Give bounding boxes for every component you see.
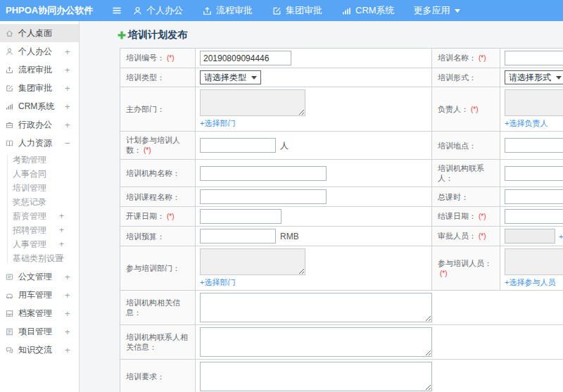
training-budget-value-cell: RMB <box>196 227 432 246</box>
expand-toggle-icon[interactable]: + <box>65 272 70 282</box>
nav-personal-office[interactable]: 个人办公 <box>132 4 183 17</box>
nav-crm-system[interactable]: CRM系统 <box>341 4 395 17</box>
page-title: 培训计划发布 <box>128 29 187 42</box>
sidebar-subitem-recruitment-management[interactable]: 招聘管理+ <box>0 223 79 237</box>
planned-participant-count-label: 计划参与培训人数： <box>126 136 180 154</box>
menu-icon <box>111 5 122 16</box>
expand-toggle-icon[interactable]: + <box>65 46 70 57</box>
required-marker: (*) <box>144 146 151 154</box>
training-location-label: 培训地点： <box>438 141 476 150</box>
sidebar-item-human-resources[interactable]: 人力资源− <box>0 134 79 152</box>
training-requirements-textarea[interactable] <box>200 362 432 391</box>
training-course-name-input[interactable] <box>200 189 327 204</box>
sidebar-item-label: 集团审批 <box>18 82 52 94</box>
expand-toggle-icon[interactable]: + <box>59 251 64 265</box>
expand-toggle-icon[interactable]: + <box>65 308 70 319</box>
expand-toggle-icon[interactable]: + <box>59 223 64 237</box>
app-logo: PHPOA协同办公软件 <box>0 4 80 17</box>
nav-more-apps[interactable]: 更多应用 <box>414 4 462 17</box>
sidebar-item-personal-desktop[interactable]: 个人桌面 <box>0 24 79 42</box>
chat-icon <box>5 346 14 355</box>
training-org-info-label-cell: 培训机构相关信息： <box>120 291 196 325</box>
participating-personnel-label-cell: 参与培训人员：(*) <box>432 246 500 291</box>
expand-toggle-icon[interactable]: + <box>59 237 64 251</box>
sidebar-item-document-management[interactable]: 公文管理+ <box>0 267 79 286</box>
workflow-icon <box>202 6 213 16</box>
sidebar-item-project-management[interactable]: 项目管理+ <box>0 322 79 341</box>
host-department-label-cell: 主办部门： <box>120 87 196 132</box>
sidebar-item-knowledge-exchange[interactable]: 知识交流+ <box>0 341 79 359</box>
sidebar-item-archive-management[interactable]: 档案管理+ <box>0 304 79 322</box>
sidebar-subitem-label: 人事合同 <box>13 169 46 179</box>
sidebar-subitem-personnel-contract[interactable]: 人事合同 <box>0 167 79 181</box>
sidebar-item-crm-system[interactable]: CRM系统+ <box>0 97 79 115</box>
expand-toggle-icon[interactable]: + <box>65 290 70 301</box>
training-budget-input[interactable] <box>200 229 276 244</box>
sidebar-item-label: 知识交流 <box>18 344 52 356</box>
archive-icon <box>5 309 14 318</box>
training-org-contact-input[interactable] <box>505 166 563 181</box>
training-org-info-label: 培训机构相关信息： <box>126 298 180 317</box>
host-department-textarea[interactable] <box>200 89 305 116</box>
training-form-select[interactable]: 请选择形式 <box>505 70 563 84</box>
sidebar-subitem-training-management[interactable]: 培训管理 <box>0 181 79 195</box>
participating-personnel-label: 参与培训人员： <box>438 259 492 267</box>
training-code-input[interactable] <box>200 51 291 65</box>
expand-toggle-icon[interactable]: + <box>65 345 70 355</box>
expand-toggle-icon[interactable]: + <box>65 65 70 75</box>
form-row: 主办部门：+选择部门负责人：(*)+选择负责人 <box>120 87 563 132</box>
sidebar-subitem-reward-punishment-record[interactable]: 奖惩记录 <box>0 195 79 209</box>
select-participating-personnel-link[interactable]: +选择参与人员 <box>505 277 555 288</box>
nav-workflow-approval[interactable]: 流程审批 <box>202 4 253 17</box>
sidebar-item-group-approval[interactable]: 集团审批+ <box>0 79 79 97</box>
select-host-department-link[interactable]: +选择部门 <box>200 118 235 129</box>
sidebar-submenu-human-resources: 考勤管理人事合同培训管理奖惩记录薪资管理+招聘管理+人事管理+基础类别设置+ <box>0 153 79 265</box>
sidebar-item-label: CRM系统 <box>18 101 54 113</box>
sidebar-subitem-attendance-management[interactable]: 考勤管理 <box>0 153 79 167</box>
training-form-table: 培训编号：(*)培训名称：(*)培训类型：请选择类型培训形式：请选择形式主办部门… <box>120 48 563 392</box>
training-org-name-input[interactable] <box>200 166 327 181</box>
sidebar-subitem-salary-management[interactable]: 薪资管理+ <box>0 209 79 223</box>
sidebar-subitem-personnel-management[interactable]: 人事管理+ <box>0 237 79 251</box>
planned-participant-count-input[interactable] <box>200 138 276 153</box>
caret-down-icon <box>556 76 562 80</box>
select-approver-link[interactable]: +选择审批人员 <box>559 232 563 241</box>
sidebar-subitem-basic-category-settings[interactable]: 基础类别设置+ <box>0 251 79 265</box>
sidebar-item-admin-office[interactable]: 行政办公+ <box>0 115 79 134</box>
end-date-input[interactable] <box>505 209 563 224</box>
training-name-input[interactable] <box>505 51 563 65</box>
sidebar-item-vehicle-management[interactable]: 用车管理+ <box>0 286 79 304</box>
training-org-contact-info-textarea[interactable] <box>200 327 432 357</box>
required-marker: (*) <box>479 54 486 62</box>
training-type-select[interactable]: 请选择类型 <box>200 70 261 84</box>
nav-group-approval[interactable]: 集团审批 <box>272 4 322 17</box>
total-class-hours-input[interactable] <box>505 189 563 204</box>
sidebar-item-label: 个人桌面 <box>18 27 52 39</box>
total-class-hours-label-cell: 总课时： <box>432 187 500 207</box>
training-requirements-label-cell: 培训要求： <box>120 360 196 392</box>
approver-input[interactable] <box>505 229 555 244</box>
edit-icon <box>5 84 14 93</box>
participating-departments-textarea[interactable] <box>200 248 305 275</box>
training-location-input[interactable] <box>505 138 563 153</box>
sidebar-subitem-label: 培训管理 <box>13 183 46 193</box>
training-org-name-label: 培训机构名称： <box>126 169 180 177</box>
participating-personnel-textarea[interactable] <box>505 248 563 275</box>
training-org-info-textarea[interactable] <box>200 293 432 322</box>
leader-textarea[interactable] <box>505 89 563 116</box>
select-participating-departments-link[interactable]: +选择部门 <box>200 277 235 288</box>
expand-toggle-icon[interactable]: − <box>65 138 70 148</box>
select-leader-link[interactable]: +选择负责人 <box>505 118 548 129</box>
expand-toggle-icon[interactable]: + <box>65 327 70 337</box>
sidebar-item-workflow-approval[interactable]: 流程审批+ <box>0 61 79 79</box>
expand-toggle-icon[interactable]: + <box>59 209 64 223</box>
sidebar-subitem-label: 考勤管理 <box>13 155 46 165</box>
expand-toggle-icon[interactable]: + <box>65 101 70 112</box>
menu-toggle-icon[interactable] <box>111 5 122 16</box>
start-date-input[interactable] <box>200 209 282 224</box>
expand-toggle-icon[interactable]: + <box>65 83 70 94</box>
sidebar-subitem-label: 奖惩记录 <box>13 197 46 207</box>
expand-toggle-icon[interactable]: + <box>65 120 70 130</box>
sidebar-item-personal-office[interactable]: 个人办公+ <box>0 42 79 61</box>
planned-participant-count-unit: 人 <box>280 141 289 151</box>
